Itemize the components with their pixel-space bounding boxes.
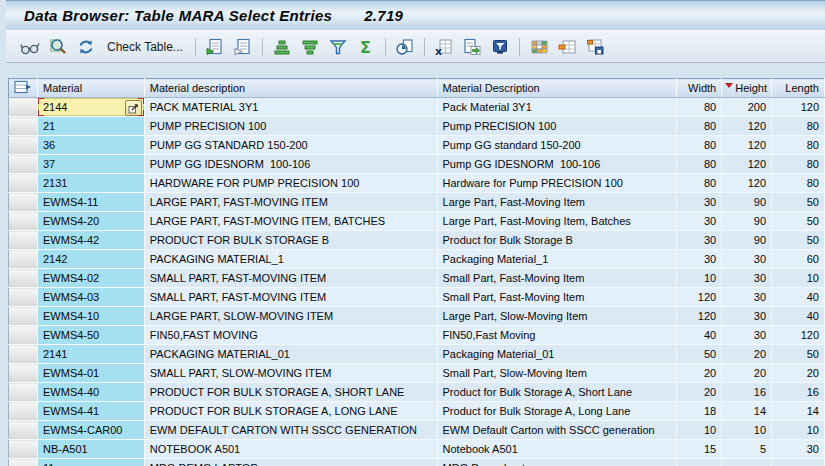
cell-material-description[interactable]: Pack Material 3Y1 bbox=[437, 98, 677, 117]
column-header-material[interactable]: Material bbox=[38, 79, 145, 98]
cell-material[interactable]: EWMS4-41 bbox=[38, 402, 145, 421]
cell-material-description[interactable]: FIN50,Fast Moving bbox=[437, 326, 677, 345]
cell-material-description-upper[interactable]: EWM DEFAULT CARTON WITH SSCC GENERATION bbox=[144, 421, 437, 440]
row-selector-button[interactable] bbox=[9, 174, 38, 193]
cell-material-description-upper[interactable]: LARGE PART, FAST-MOVING ITEM, BATCHES bbox=[144, 212, 437, 231]
cell-width[interactable]: 20 bbox=[677, 383, 722, 402]
cell-length[interactable]: 20 bbox=[772, 364, 825, 383]
cell-material-description[interactable]: Pump GG IDESNORM 100-106 bbox=[437, 155, 677, 174]
column-header-material-description-upper[interactable]: Material description bbox=[144, 79, 437, 98]
cell-height[interactable]: 120 bbox=[722, 117, 772, 136]
cell-material-description[interactable]: Small Part, Fast-Moving Item bbox=[437, 288, 677, 307]
cell-height[interactable]: 120 bbox=[722, 174, 772, 193]
cell-width[interactable]: 30 bbox=[677, 193, 722, 212]
cell-width[interactable]: 120 bbox=[677, 307, 722, 326]
cell-material-description[interactable]: Small Part, Slow-Moving Item bbox=[437, 364, 677, 383]
cell-length[interactable]: 50 bbox=[772, 212, 825, 231]
cell-width[interactable]: 80 bbox=[677, 117, 722, 136]
row-selector-button[interactable] bbox=[9, 136, 38, 155]
word-processing-button[interactable] bbox=[487, 35, 513, 59]
cell-length[interactable]: 40 bbox=[772, 288, 825, 307]
row-selector-button[interactable] bbox=[9, 269, 38, 288]
cell-length[interactable]: 10 bbox=[772, 269, 825, 288]
cell-material[interactable]: EWMS4-11 bbox=[38, 193, 145, 212]
cell-height[interactable]: 10 bbox=[722, 421, 772, 440]
cell-material-description[interactable]: Product for Bulk Storage A, Short Lane bbox=[437, 383, 677, 402]
export-button[interactable] bbox=[459, 35, 485, 59]
row-selector-button[interactable] bbox=[9, 231, 38, 250]
cell-material-description[interactable]: Product for Bulk Storage B bbox=[437, 231, 677, 250]
cell-height[interactable]: 30 bbox=[722, 250, 772, 269]
cell-material-description-upper[interactable]: LARGE PART, FAST-MOVING ITEM bbox=[144, 193, 437, 212]
cell-material-description[interactable]: Hardware for Pump PRECISION 100 bbox=[437, 174, 677, 193]
cell-length[interactable]: 16 bbox=[772, 383, 825, 402]
cell-width[interactable] bbox=[677, 459, 722, 466]
cell-length[interactable]: 50 bbox=[772, 193, 825, 212]
cell-width[interactable]: 30 bbox=[677, 250, 722, 269]
row-selector-button[interactable] bbox=[9, 117, 38, 136]
sort-descending-button[interactable] bbox=[297, 35, 323, 59]
cell-material-description-upper[interactable]: PACKAGING MATERIAL_01 bbox=[144, 345, 437, 364]
cell-height[interactable]: 200 bbox=[722, 98, 772, 117]
cell-length[interactable]: 30 bbox=[772, 440, 825, 459]
cell-material[interactable]: EWMS4-10 bbox=[38, 307, 145, 326]
cell-material-description-upper[interactable]: PRODUCT FOR BULK STORAGE B bbox=[144, 231, 437, 250]
row-selector-button[interactable] bbox=[9, 98, 38, 117]
row-selector-button[interactable] bbox=[9, 288, 38, 307]
row-selector-button[interactable] bbox=[9, 155, 38, 174]
cell-material[interactable]: EWMS4-50 bbox=[38, 326, 145, 345]
cell-material[interactable]: 37 bbox=[38, 155, 145, 174]
refresh-button[interactable] bbox=[73, 35, 99, 59]
cell-material[interactable]: 36 bbox=[38, 136, 145, 155]
cell-material-description[interactable]: Packaging Material_01 bbox=[437, 345, 677, 364]
row-selector-button[interactable] bbox=[9, 421, 38, 440]
cell-height[interactable]: 120 bbox=[722, 155, 772, 174]
cell-width[interactable]: 18 bbox=[677, 402, 722, 421]
cell-material-description[interactable]: MDG Demo Laptop bbox=[437, 459, 677, 466]
cell-width[interactable]: 20 bbox=[677, 364, 722, 383]
row-selector-button[interactable] bbox=[9, 212, 38, 231]
check-table-button[interactable]: Check Table... bbox=[101, 35, 189, 59]
excel-view-button[interactable]: x bbox=[431, 35, 457, 59]
cell-height[interactable]: 30 bbox=[722, 288, 772, 307]
cell-material-description-upper[interactable]: PUMP PRECISION 100 bbox=[144, 117, 437, 136]
save-layout-button[interactable] bbox=[582, 35, 608, 59]
cell-material-description-upper[interactable]: SMALL PART, SLOW-MOVING ITEM bbox=[144, 364, 437, 383]
filter-button[interactable] bbox=[325, 35, 351, 59]
cell-length[interactable] bbox=[772, 459, 825, 466]
cell-material[interactable]: EWMS4-42 bbox=[38, 231, 145, 250]
cell-material-description[interactable]: Notebook A501 bbox=[437, 440, 677, 459]
cell-height[interactable]: 30 bbox=[722, 307, 772, 326]
cell-material-description[interactable]: Product for Bulk Storage A, Long Lane bbox=[437, 402, 677, 421]
select-all-header[interactable] bbox=[9, 79, 38, 98]
column-header-length[interactable]: Length bbox=[772, 79, 825, 98]
cell-material[interactable]: EWMS4-CAR00 bbox=[38, 421, 145, 440]
cell-height[interactable]: 30 bbox=[722, 326, 772, 345]
cell-material-description-upper[interactable]: PUMP GG STANDARD 150-200 bbox=[144, 136, 437, 155]
cell-length[interactable]: 10 bbox=[772, 421, 825, 440]
cell-material-description-upper[interactable]: MDG DEMO LAPTOP bbox=[144, 459, 437, 466]
cell-material-description[interactable]: Large Part, Fast-Moving Item, Batches bbox=[437, 212, 677, 231]
sort-ascending-button[interactable] bbox=[269, 35, 295, 59]
column-header-height[interactable]: Height bbox=[722, 79, 772, 98]
cell-height[interactable]: 5 bbox=[722, 440, 772, 459]
cell-length[interactable]: 14 bbox=[772, 402, 825, 421]
cell-material-description-upper[interactable]: PRODUCT FOR BULK STORAGE A, LONG LANE bbox=[144, 402, 437, 421]
cell-material[interactable]: 21 bbox=[38, 117, 145, 136]
row-selector-button[interactable] bbox=[9, 345, 38, 364]
cell-height[interactable]: 16 bbox=[722, 383, 772, 402]
cell-length[interactable]: 60 bbox=[772, 250, 825, 269]
cell-material[interactable]: 2141 bbox=[38, 345, 145, 364]
cell-material[interactable]: 2144 bbox=[38, 98, 145, 117]
cell-material-description-upper[interactable]: NOTEBOOK A501 bbox=[144, 440, 437, 459]
cell-width[interactable]: 80 bbox=[677, 136, 722, 155]
cell-height[interactable]: 14 bbox=[722, 402, 772, 421]
cell-material[interactable]: 2131 bbox=[38, 174, 145, 193]
cell-length[interactable]: 50 bbox=[772, 345, 825, 364]
cell-width[interactable]: 30 bbox=[677, 231, 722, 250]
cell-length[interactable]: 120 bbox=[772, 326, 825, 345]
cell-material-description[interactable]: Small Part, Fast-Moving Item bbox=[437, 269, 677, 288]
total-button[interactable]: Σ bbox=[353, 35, 379, 59]
display-details-button[interactable] bbox=[17, 35, 43, 59]
cell-height[interactable]: 20 bbox=[722, 364, 772, 383]
